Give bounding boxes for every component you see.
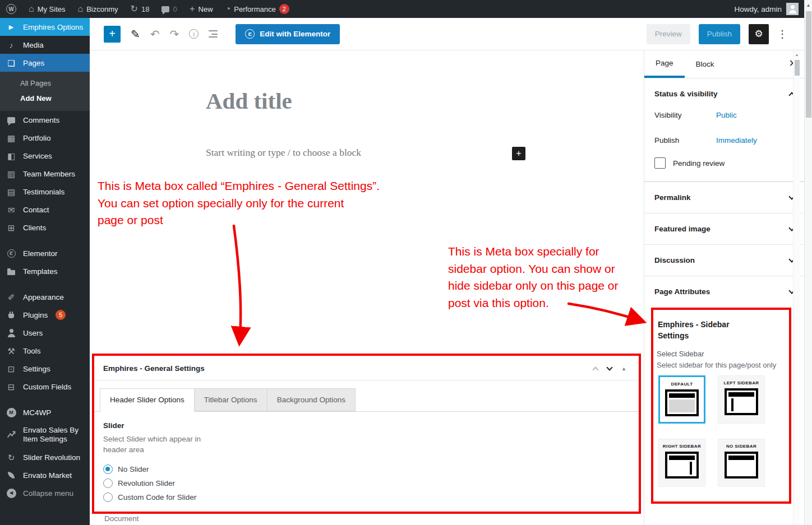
sidebar-item-envato-sales-by-item-settings[interactable]: Envato Sales By Item Settings <box>0 421 90 448</box>
radio-revolution-slider[interactable]: Revolution Slider <box>103 478 630 488</box>
sidebar-item-collapse-menu[interactable]: ◀Collapse menu <box>0 484 90 502</box>
edit-with-elementor-button[interactable]: E Edit with Elementor <box>236 24 340 44</box>
body-placeholder[interactable]: Start writing or type / to choose a bloc… <box>206 147 361 159</box>
settings-icon: ⊡ <box>5 365 17 373</box>
site-name-menu[interactable]: ⌂Bizconmy <box>72 0 124 18</box>
annotation-sidebar-option: This is Meta box specially for sidebar o… <box>448 243 656 312</box>
updates-menu[interactable]: ↻18 <box>124 0 156 18</box>
sidebar-item-emphires-options[interactable]: ▶Emphires Options <box>0 18 90 36</box>
wordpress-logo[interactable]: W <box>0 0 22 18</box>
sidebar-item-team-members[interactable]: ▥Team Members <box>0 165 90 183</box>
my-sites-icon: ⌂ <box>29 4 34 13</box>
sidebar-item-services[interactable]: ◧Services <box>0 147 90 165</box>
window-scrollbar[interactable]: ▲ <box>804 0 812 525</box>
window-scrollbar-thumb[interactable] <box>806 11 811 118</box>
sidebar-item-media[interactable]: ♪Media <box>0 36 90 54</box>
sidebar-item-elementor[interactable]: EElementor <box>0 244 90 262</box>
wordpress-icon: W <box>6 4 16 14</box>
submenu-item-all-pages[interactable]: All Pages <box>0 76 90 91</box>
sidebar-option-left-sidebar[interactable]: LEFT SIDEBAR <box>718 375 765 424</box>
section-permalink[interactable]: Permalink <box>644 182 804 213</box>
sidebar-item-plugins[interactable]: Plugins5 <box>0 306 90 324</box>
envato-market-icon <box>5 472 17 478</box>
tab-page[interactable]: Page <box>644 50 685 78</box>
sidebar-item-portfolio[interactable]: ▦Portfolio <box>0 129 90 147</box>
preview-button[interactable]: Preview <box>647 24 690 44</box>
sidebar-item-comments[interactable]: Comments <box>0 111 90 129</box>
sidebar-item-envato-market[interactable]: Envato Market <box>0 466 90 484</box>
sidebar-option-no-sidebar[interactable]: NO SIDEBAR <box>718 439 765 487</box>
status-visibility-header[interactable]: Status & visibility <box>644 78 804 106</box>
sidebar-item-users[interactable]: Users <box>0 324 90 342</box>
radio-button[interactable] <box>103 478 113 488</box>
pending-review-checkbox[interactable] <box>654 157 666 169</box>
pages-icon: ❏ <box>5 59 17 67</box>
sidebar-item-pages[interactable]: ❏Pages <box>0 54 90 72</box>
sidebar-settings-metabox: Emphires - Sidebar Settings Select Sideb… <box>651 308 791 504</box>
list-view-icon[interactable] <box>209 30 218 38</box>
publish-value-link[interactable]: Immediately <box>716 136 757 145</box>
sidebar-option-default[interactable]: DEFAULT <box>658 375 705 424</box>
panel-scrollbar-thumb[interactable] <box>795 60 800 76</box>
block-inserter-button[interactable]: + <box>104 26 121 43</box>
scroll-up-icon[interactable]: ▲ <box>805 0 812 8</box>
radio-button[interactable] <box>103 464 113 474</box>
howdy-label[interactable]: Howdy, admin <box>734 5 782 13</box>
radio-custom-code-for-slider[interactable]: Custom Code for Slider <box>103 493 630 502</box>
tab-block[interactable]: Block <box>685 50 726 78</box>
contact-icon: ✉ <box>5 206 17 214</box>
sidebar-item-contact[interactable]: ✉Contact <box>0 201 90 219</box>
annotation-general-settings: This is Meta box called “Emphires - Gene… <box>98 178 440 229</box>
undo-icon[interactable]: ↶ <box>150 29 160 40</box>
testimonials-icon: ▤ <box>5 188 17 196</box>
sidebar-item-tools[interactable]: ⚒Tools <box>0 342 90 360</box>
services-icon: ◧ <box>5 152 17 160</box>
block-inserter-small-button[interactable]: + <box>512 147 525 160</box>
comments-menu[interactable]: 0 <box>155 0 183 18</box>
details-info-icon[interactable]: i <box>189 29 199 39</box>
sidebar-item-settings[interactable]: ⊡Settings <box>0 360 90 378</box>
scroll-up-icon[interactable]: ▲ <box>793 50 800 57</box>
sidebar-item-clients[interactable]: ⊞Clients <box>0 219 90 236</box>
sidebar-item-slider-revolution[interactable]: ↻Slider Revolution <box>0 448 90 466</box>
move-up-icon[interactable] <box>592 366 598 373</box>
sidebar-item-templates[interactable]: Templates <box>0 262 90 280</box>
play-icon: ▶ <box>5 24 17 30</box>
more-options-icon[interactable]: ⋮ <box>777 28 787 40</box>
post-title-placeholder[interactable]: Add title <box>206 87 292 114</box>
redo-icon[interactable]: ↷ <box>170 29 179 40</box>
radio-button[interactable] <box>103 493 113 502</box>
move-down-icon[interactable] <box>606 364 612 370</box>
layout-left-icon <box>725 388 758 415</box>
tab-background-options[interactable]: Background Options <box>267 388 356 411</box>
submenu-item-add-new[interactable]: Add New <box>0 91 90 106</box>
pending-review-row[interactable]: Pending review <box>644 150 804 181</box>
toggle-panel-icon[interactable]: ▲ <box>621 366 626 371</box>
sidebar-item-appearance[interactable]: ✐Appearance <box>0 288 90 306</box>
active-item-arrow <box>85 58 94 67</box>
sidebar-item-testimonials[interactable]: ▤Testimonials <box>0 183 90 201</box>
performance-icon: ◔ <box>225 4 231 13</box>
settings-gear-button[interactable]: ⚙ <box>749 24 769 44</box>
tab-titlebar-options[interactable]: Titlebar Options <box>195 388 267 411</box>
visibility-value-link[interactable]: Public <box>716 111 737 119</box>
sidebar-item-mc4wp[interactable]: MMC4WP <box>0 403 90 421</box>
radio-no-slider[interactable]: No Slider <box>103 464 630 474</box>
section-featured-image[interactable]: Featured image <box>644 213 804 244</box>
new-content-menu[interactable]: +New <box>183 0 219 18</box>
comments-bubble-icon <box>162 6 169 12</box>
collapse-icon: ◀ <box>5 489 17 498</box>
performance-menu[interactable]: ◔Performance2 <box>219 0 296 18</box>
tab-header-slider-options[interactable]: Header Slider Options <box>100 388 195 412</box>
edit-mode-pencil-icon[interactable]: ✎ <box>131 29 140 40</box>
sidebar-item-custom-fields[interactable]: ⊟Custom Fields <box>0 378 90 396</box>
updates-icon: ↻ <box>131 4 138 13</box>
section-discussion[interactable]: Discussion <box>644 244 804 276</box>
publish-button[interactable]: Publish <box>699 24 740 44</box>
avatar[interactable] <box>786 3 799 15</box>
users-icon <box>5 328 17 337</box>
my-sites-menu[interactable]: ⌂My Sites <box>22 0 72 18</box>
panel-scrollbar[interactable]: ▲ <box>793 50 800 525</box>
section-page-attributes[interactable]: Page Attributes <box>644 276 804 307</box>
sidebar-option-right-sidebar[interactable]: RIGHT SIDEBAR <box>658 439 705 487</box>
